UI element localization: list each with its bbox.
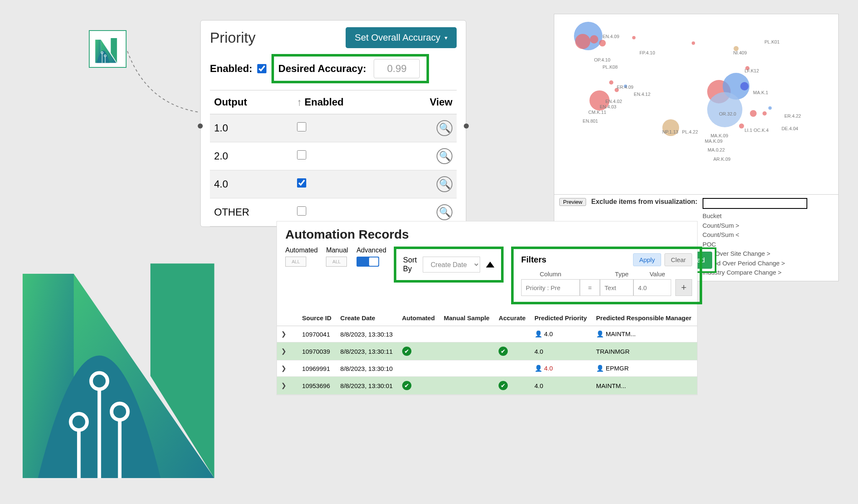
bubble[interactable] xyxy=(590,35,598,44)
bubble[interactable] xyxy=(739,123,744,129)
set-overall-accuracy-button[interactable]: Set Overall Accuracy xyxy=(346,27,457,48)
filter-col-spacer xyxy=(580,270,605,278)
exclude-option[interactable]: Site Over Site Change > xyxy=(703,249,807,259)
output-cell: 1.0 xyxy=(210,114,293,142)
source-id-cell: 10970039 xyxy=(298,342,336,360)
filter-col-value: Value xyxy=(638,270,676,278)
filters-clear-button[interactable]: Clear xyxy=(664,253,692,266)
col-source-id[interactable]: Source ID xyxy=(298,310,336,326)
bubble-label: PL.K01 xyxy=(765,39,780,44)
col-output[interactable]: Output xyxy=(210,90,293,114)
exclude-option[interactable]: Count/Sum > xyxy=(703,221,807,231)
bubble-label: EN.4.03 xyxy=(600,104,616,109)
bubble[interactable] xyxy=(692,41,695,45)
filter-col-column: Column xyxy=(521,270,580,278)
create-date-cell: 8/8/2023, 13:30:13 xyxy=(336,326,398,342)
desired-accuracy-input[interactable] xyxy=(374,59,420,78)
col-automated[interactable]: Automated xyxy=(398,310,440,326)
output-enabled-checkbox[interactable] xyxy=(297,206,306,216)
magnifier-icon[interactable]: 🔍 xyxy=(437,148,452,164)
exclude-option[interactable]: Industry Compare Change > xyxy=(703,268,807,278)
output-enabled-checkbox[interactable] xyxy=(297,150,306,159)
create-date-cell: 8/8/2023, 13:30:01 xyxy=(336,377,398,395)
bubble-label: LI.1 OC.K.4 xyxy=(744,128,768,133)
exclude-option[interactable]: POC xyxy=(703,240,807,249)
records-table: Source ID Create Date Automated Manual S… xyxy=(277,310,697,395)
filter-col-type: Type xyxy=(605,270,638,278)
col-enabled[interactable]: Enabled xyxy=(293,90,398,114)
exclude-options-list: BucketCount/Sum >Count/Sum <POCSite Over… xyxy=(703,211,807,278)
bubble[interactable] xyxy=(609,80,613,85)
bubble[interactable] xyxy=(768,106,772,110)
source-id-cell: 10970041 xyxy=(298,326,336,342)
bubble[interactable] xyxy=(632,36,636,39)
col-accurate[interactable]: Accurate xyxy=(494,310,530,326)
filters-apply-button[interactable]: Apply xyxy=(633,253,662,266)
manual-sample-cell xyxy=(439,326,494,342)
automated-all-button[interactable]: ALL xyxy=(285,257,306,267)
expand-icon[interactable]: ❯ xyxy=(281,382,287,389)
bubble[interactable] xyxy=(750,110,757,117)
col-view[interactable]: View xyxy=(398,90,457,114)
magnifier-icon[interactable]: 🔍 xyxy=(437,204,452,220)
predicted-manager-cell: TRAINMGR xyxy=(592,342,697,360)
exclude-option[interactable]: Bucket xyxy=(703,211,807,221)
brand-logo-watermark xyxy=(23,223,278,478)
preview-button[interactable]: Preview xyxy=(559,198,586,206)
bubble-label: NI.409 xyxy=(733,50,747,55)
expand-icon[interactable]: ❯ xyxy=(281,365,287,372)
output-enabled-checkbox[interactable] xyxy=(297,178,306,188)
add-filter-button[interactable]: + xyxy=(675,279,692,296)
source-id-cell: 10953696 xyxy=(298,377,336,395)
bubble-label: LF.K12 xyxy=(744,68,759,73)
sort-highlight: Sort By Create Date xyxy=(394,247,504,283)
mode-automated-label: Automated xyxy=(285,247,318,254)
manual-all-button[interactable]: ALL xyxy=(326,257,347,267)
exclude-option[interactable]: Count/Sum < xyxy=(703,230,807,240)
bubble-label: OR.32.0 xyxy=(719,111,736,116)
expand-icon[interactable]: ❯ xyxy=(281,347,287,355)
bubble-label: ER.4.09 xyxy=(617,85,633,90)
output-enabled-checkbox[interactable] xyxy=(297,122,306,131)
col-predicted-manager[interactable]: Predicted Responsible Manager xyxy=(592,310,697,326)
bubble-label: CM.K.11 xyxy=(588,110,606,115)
exclude-input[interactable] xyxy=(703,198,807,209)
filter-value-input[interactable] xyxy=(633,279,671,296)
sort-by-select[interactable]: Create Date xyxy=(423,257,480,273)
col-predicted-priority[interactable]: Predicted Priority xyxy=(530,310,592,326)
bubble-label: AR.K.09 xyxy=(713,157,731,162)
sort-direction-asc-icon[interactable] xyxy=(486,262,494,267)
expand-icon[interactable]: ❯ xyxy=(281,330,287,337)
bubble-label: MA.0.22 xyxy=(708,147,725,152)
check-icon: ✔ xyxy=(402,347,411,356)
accurate-cell xyxy=(494,360,530,377)
bubble[interactable] xyxy=(575,34,590,49)
manual-sample-cell xyxy=(439,377,494,395)
predicted-manager-cell: 👤MAINTM... xyxy=(592,326,697,342)
bubble[interactable] xyxy=(707,92,742,127)
magnifier-icon[interactable]: 🔍 xyxy=(437,120,452,136)
bubble-label: MA.K.09 xyxy=(705,139,722,144)
col-manual-sample[interactable]: Manual Sample xyxy=(439,310,494,326)
bubble[interactable] xyxy=(762,111,767,116)
source-id-cell: 10969991 xyxy=(298,360,336,377)
filters-title: Filters xyxy=(521,255,546,265)
advanced-toggle[interactable] xyxy=(357,257,379,267)
exclude-option[interactable]: Period Over Period Change > xyxy=(703,259,807,268)
person-icon: 👤 xyxy=(535,365,543,372)
create-date-cell: 8/8/2023, 13:30:10 xyxy=(336,360,398,377)
enabled-checkbox[interactable] xyxy=(257,64,266,73)
enabled-label: Enabled: xyxy=(210,63,252,75)
filter-column-input[interactable] xyxy=(521,279,580,296)
scatter-chart[interactable]: EN.4.09FP.4.10PL.K01OP.4.10PL.K08NI.409L… xyxy=(554,14,838,194)
col-create-date[interactable]: Create Date xyxy=(336,310,398,326)
bubble-label: MA.K.1 xyxy=(753,90,768,95)
mode-toggles: Automated ALL Manual ALL Advanced xyxy=(285,247,386,267)
bubble[interactable] xyxy=(599,40,606,46)
magnifier-icon[interactable]: 🔍 xyxy=(437,176,452,192)
bubble-label: EN.801 xyxy=(583,118,598,123)
predicted-priority-cell: 4.0 xyxy=(530,377,592,395)
filter-operator-input[interactable] xyxy=(580,279,600,296)
create-date-cell: 8/8/2023, 13:30:11 xyxy=(336,342,398,360)
filter-type-input[interactable] xyxy=(600,279,633,296)
